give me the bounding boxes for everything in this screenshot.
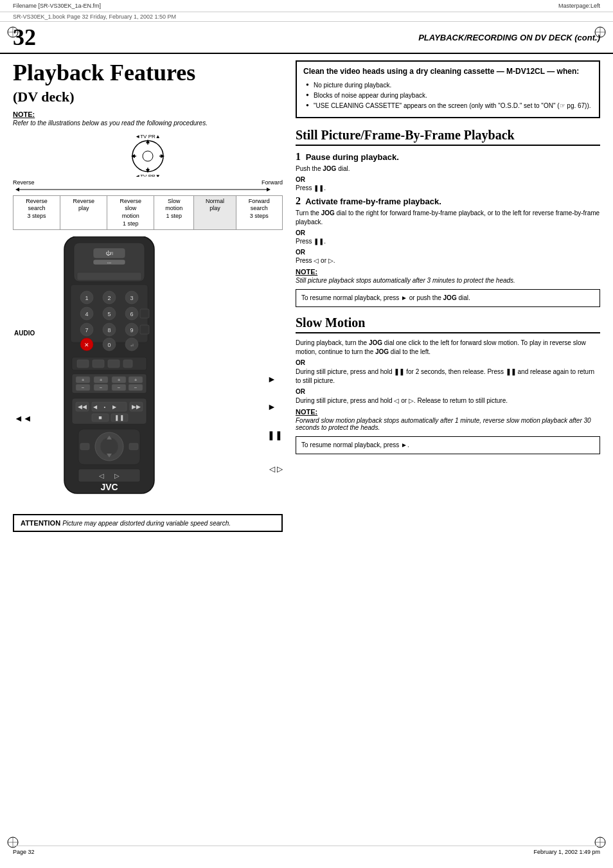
- step1-heading-text: Pause during playback.: [306, 152, 399, 162]
- masterpage-label: Masterpage:Left: [558, 3, 600, 9]
- still-note-text: Still picture playback stops automatical…: [296, 277, 600, 284]
- svg-text:−: −: [134, 385, 138, 391]
- meta-header: Filename [SR-VS30EK_1a-EN.fm] Masterpage…: [0, 0, 613, 12]
- svg-rect-48: [77, 360, 89, 368]
- dial-svg: ◄TV PR▲: [96, 132, 199, 177]
- svg-marker-8: [161, 154, 164, 158]
- left-arrow: ◄◄: [14, 413, 32, 423]
- remote-svg-container: ⏻/I ••• 1 2 3: [45, 236, 173, 508]
- corner-mark-tr: [594, 26, 607, 39]
- slow-motion-section: Slow Motion During playback, turn the JO…: [296, 315, 600, 454]
- speed-diagram: ◄TV PR▲: [13, 132, 283, 231]
- cleaning-box: Clean the video heads using a dry cleani…: [296, 60, 600, 118]
- svg-rect-87: [80, 443, 89, 450]
- attention-text: Picture may appear distorted during vari…: [62, 520, 231, 527]
- svg-text:4: 4: [85, 311, 88, 317]
- speed-cell-2: Reverseslowmotion1 step: [107, 195, 154, 230]
- svg-rect-51: [123, 360, 132, 368]
- step1-press1: Press ❚❚.: [296, 184, 600, 191]
- step2-or2: OR: [296, 249, 600, 256]
- svg-text:◄TV PR▼: ◄TV PR▼: [135, 173, 160, 177]
- speed-cell-0: Reversesearch3 steps: [13, 195, 60, 230]
- speed-table: Reversesearch3 steps Reverseplay Reverse…: [13, 195, 283, 231]
- forward-label: Forward: [262, 179, 283, 186]
- slow-or1: OR: [296, 359, 600, 366]
- corner-mark-tl: [6, 26, 19, 39]
- speed-cell-3: Slowmotion1 step: [154, 195, 194, 230]
- sub-heading: (DV deck): [13, 89, 283, 105]
- content-area: Playback Features (DV deck) NOTE: Refer …: [0, 54, 613, 538]
- slow-body3: During still picture, press and hold ◁ o…: [296, 396, 600, 405]
- speed-cell-1: Reverseplay: [60, 195, 107, 230]
- svg-rect-88: [129, 443, 138, 450]
- step2-press1: Press ❚❚.: [296, 238, 600, 245]
- footer-right: February 1, 2002 1:49 pm: [533, 849, 600, 855]
- still-info-text: To resume normal playback, press ► or pu…: [301, 294, 470, 301]
- still-picture-section: Still Picture/Frame-By-Frame Playback 1 …: [296, 127, 600, 307]
- svg-rect-89: [78, 469, 140, 482]
- cleaning-bullet-2: "USE CLEANING CASSETTE" appears on the s…: [306, 102, 592, 110]
- arrow-right-2: ►: [267, 402, 283, 412]
- remote-area: AUDIO ⏻/I •••: [13, 236, 283, 508]
- svg-text:•: •: [104, 404, 106, 410]
- step2-or1: OR: [296, 229, 600, 236]
- step2-body: Turn the JOG dial to the right for forwa…: [296, 209, 600, 227]
- dial-container: ◄TV PR▲: [13, 132, 283, 177]
- svg-text:3: 3: [130, 295, 133, 301]
- svg-text:5: 5: [107, 311, 111, 317]
- svg-text:9: 9: [130, 327, 133, 333]
- svg-text:+: +: [118, 377, 121, 383]
- svg-text:−: −: [100, 385, 103, 391]
- attention-box: ATTENTION Picture may appear distorted d…: [13, 514, 283, 532]
- svg-text:7: 7: [85, 327, 88, 333]
- svg-text:■: ■: [98, 414, 102, 421]
- svg-rect-50: [108, 360, 120, 368]
- right-column: Clean the video heads using a dry cleani…: [296, 60, 600, 532]
- page-footer: Page 32 February 1, 2002 1:49 pm: [13, 846, 600, 855]
- svg-text:◄TV PR▲: ◄TV PR▲: [135, 134, 160, 139]
- svg-text:1: 1: [85, 295, 88, 301]
- remote-control-svg: ⏻/I ••• 1 2 3: [45, 236, 173, 506]
- svg-rect-19: [77, 272, 141, 280]
- pause-symbol: ❚❚: [267, 430, 283, 440]
- svg-point-84: [100, 438, 118, 456]
- svg-rect-40: [140, 325, 149, 334]
- attention-label: ATTENTION: [21, 519, 60, 527]
- slow-or2: OR: [296, 388, 600, 395]
- cleaning-bullets: No picture during playback. Blocks of no…: [303, 81, 592, 110]
- sub-header-text: SR-VS30EK_1.book Page 32 Friday, Februar…: [13, 13, 176, 20]
- step1-heading: 1 Pause during playback.: [296, 151, 600, 163]
- cleaning-title: Clean the video heads using a dry cleani…: [303, 67, 592, 77]
- svg-rect-72: [92, 402, 127, 411]
- svg-text:✕: ✕: [84, 342, 89, 348]
- svg-text:◁: ◁: [99, 472, 104, 479]
- speed-cell-5: Forwardsearch3 steps: [236, 195, 282, 230]
- arrow-line: [13, 186, 283, 193]
- svg-marker-10: [146, 169, 150, 173]
- svg-marker-4: [146, 139, 150, 143]
- slow-motion-title: Slow Motion: [296, 315, 600, 333]
- svg-rect-49: [93, 360, 104, 368]
- svg-text:−: −: [82, 385, 85, 391]
- note-text: Refer to the illustrations below as you …: [13, 120, 283, 127]
- slow-body1: During playback, turn the JOG dial one c…: [296, 339, 600, 357]
- direction-arrows: Reverse Forward: [13, 179, 283, 193]
- step2-heading-text: Activate frame-by-frame playback.: [305, 197, 441, 206]
- frame-arrows: ◁ ▷: [269, 465, 283, 474]
- slow-info-box: To resume normal playback, press ►.: [296, 436, 600, 454]
- svg-text:JVC: JVC: [100, 482, 118, 492]
- step1-or1: OR: [296, 176, 600, 183]
- still-info-box: To resume normal playback, press ► or pu…: [296, 289, 600, 307]
- svg-text:◀◀: ◀◀: [78, 403, 87, 410]
- svg-text:▶▶: ▶▶: [132, 403, 141, 410]
- svg-rect-33: [140, 309, 149, 318]
- left-column: Playback Features (DV deck) NOTE: Refer …: [13, 60, 283, 532]
- arrow-right-1: ►: [267, 374, 283, 384]
- speed-cell-4: Normalplay: [194, 195, 236, 230]
- footer-left: Page 32: [13, 849, 35, 855]
- svg-text:2: 2: [107, 295, 111, 301]
- svg-text:−: −: [118, 385, 121, 391]
- svg-text:▷: ▷: [114, 472, 120, 479]
- svg-text:6: 6: [130, 311, 133, 317]
- still-picture-title: Still Picture/Frame-By-Frame Playback: [296, 127, 600, 146]
